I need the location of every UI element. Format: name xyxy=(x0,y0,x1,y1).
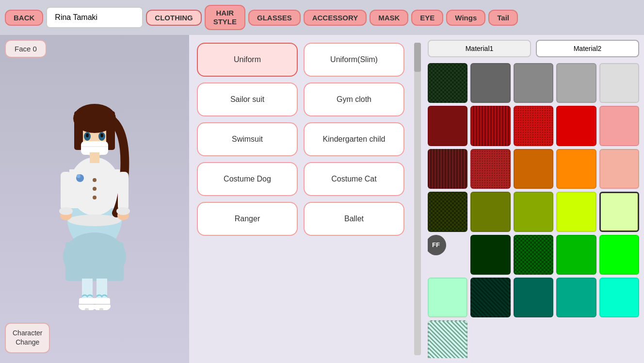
color-swatch-c4[interactable] xyxy=(556,63,596,103)
svg-rect-17 xyxy=(90,152,99,163)
color-swatch-c20[interactable] xyxy=(599,192,639,231)
color-swatch-c8[interactable] xyxy=(514,106,553,146)
svg-point-13 xyxy=(86,133,89,137)
svg-rect-23 xyxy=(61,172,71,211)
ff-badge[interactable]: FF xyxy=(428,235,446,255)
tab-glasses[interactable]: GLASSES xyxy=(248,10,301,26)
color-swatch-c2[interactable] xyxy=(470,63,510,103)
color-swatch-c3[interactable] xyxy=(514,63,553,103)
tab-clothing[interactable]: CLOTHING xyxy=(146,10,201,26)
clothing-btn-costume_dog[interactable]: Costume Dog xyxy=(197,162,298,196)
color-swatch-c19[interactable] xyxy=(556,192,596,231)
character-name-input[interactable] xyxy=(46,7,143,28)
svg-rect-33 xyxy=(79,298,96,307)
clothing-btn-gym_cloth[interactable]: Gym cloth xyxy=(304,82,404,116)
tab-accessory[interactable]: ACCESSORY xyxy=(304,10,367,26)
color-swatch-c29[interactable] xyxy=(599,278,639,317)
color-grid: FF xyxy=(428,63,639,358)
tab-tail[interactable]: Tail xyxy=(488,10,518,26)
color-swatch-c28[interactable] xyxy=(556,278,596,317)
color-swatch-c12[interactable] xyxy=(470,149,510,189)
svg-rect-38 xyxy=(99,308,103,310)
clothing-btn-uniform_slim[interactable]: Uniform(Slim) xyxy=(304,43,404,77)
color-swatch-c16[interactable] xyxy=(428,192,467,231)
color-swatch-c17[interactable] xyxy=(470,192,510,231)
clothing-btn-ranger[interactable]: Ranger xyxy=(197,202,298,236)
clothing-btn-ballet[interactable]: Ballet xyxy=(304,202,404,236)
face-button[interactable]: Face 0 xyxy=(5,40,47,58)
clothing-btn-sailor_suit[interactable]: Sailor suit xyxy=(197,82,298,116)
color-swatch-c14[interactable] xyxy=(556,149,596,189)
color-swatch-c21[interactable] xyxy=(470,235,510,275)
clothing-btn-swimsuit[interactable]: Swimsuit xyxy=(197,122,298,156)
color-swatch-c23[interactable] xyxy=(556,235,596,275)
svg-point-27 xyxy=(59,207,73,215)
color-swatch-c18[interactable] xyxy=(514,192,553,231)
main-content: Face 0 xyxy=(0,35,644,363)
svg-point-19 xyxy=(93,187,97,191)
color-swatch-c27[interactable] xyxy=(514,278,553,317)
tab-mask[interactable]: MASK xyxy=(370,10,408,26)
svg-point-18 xyxy=(93,178,97,182)
character-preview xyxy=(41,63,148,305)
svg-point-5 xyxy=(68,214,121,226)
svg-rect-24 xyxy=(118,172,129,211)
color-swatch-c1[interactable] xyxy=(428,63,467,103)
color-swatch-c7[interactable] xyxy=(470,106,510,146)
svg-point-20 xyxy=(93,196,97,199)
tab-hairstyle[interactable]: HAIR STYLE xyxy=(205,5,245,30)
svg-rect-37 xyxy=(85,308,89,310)
svg-point-14 xyxy=(100,133,103,137)
svg-rect-34 xyxy=(94,298,110,307)
scrollbar-thumb xyxy=(414,43,421,72)
color-swatch-c25[interactable] xyxy=(428,278,467,317)
clothing-btn-uniform[interactable]: Uniform xyxy=(197,43,298,77)
color-swatch-c10[interactable] xyxy=(599,106,639,146)
color-swatch-c26[interactable] xyxy=(470,278,510,317)
tab-eye[interactable]: EYE xyxy=(411,10,443,26)
color-swatch-c13[interactable] xyxy=(514,149,553,189)
color-swatch-c15[interactable] xyxy=(599,149,639,189)
character-change-button[interactable]: Character Change xyxy=(5,323,50,353)
clothing-btn-kindergarten[interactable]: Kindergarten child xyxy=(304,122,404,156)
color-swatch-c9[interactable] xyxy=(556,106,596,146)
material-tabs: Material1 Material2 xyxy=(428,40,639,57)
color-swatch-c5[interactable] xyxy=(599,63,639,103)
color-panel: Material1 Material2 FF xyxy=(423,35,644,363)
clothing-grid: UniformUniform(Slim)Sailor suitGym cloth… xyxy=(189,35,412,363)
tab-wings[interactable]: Wings xyxy=(446,10,485,26)
svg-rect-2 xyxy=(65,242,124,281)
top-nav: BACK CLOTHING HAIR STYLE GLASSES ACCESSO… xyxy=(0,0,644,35)
color-swatch-c11[interactable] xyxy=(428,149,467,189)
color-swatch-c24[interactable] xyxy=(599,235,639,275)
center-clothing-panel: UniformUniform(Slim)Sailor suitGym cloth… xyxy=(189,35,423,363)
clothing-scrollbar[interactable] xyxy=(414,43,421,355)
material1-tab[interactable]: Material1 xyxy=(428,40,531,57)
clothing-btn-costume_cat[interactable]: Costume Cat xyxy=(304,162,404,196)
color-swatch-c22[interactable] xyxy=(514,235,553,275)
color-swatch-c6[interactable] xyxy=(428,106,467,146)
color-swatch-c30[interactable] xyxy=(428,320,467,358)
svg-point-22 xyxy=(77,174,80,178)
left-panel: Face 0 xyxy=(0,35,189,363)
svg-point-28 xyxy=(116,207,130,215)
material2-tab[interactable]: Material2 xyxy=(536,40,639,57)
back-button[interactable]: BACK xyxy=(5,10,43,26)
